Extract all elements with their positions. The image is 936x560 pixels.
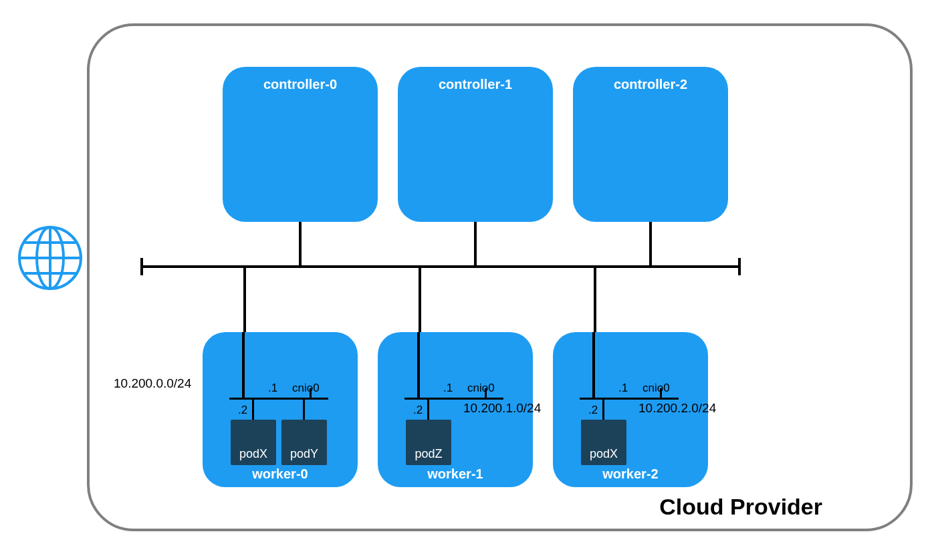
pod-name: podX bbox=[239, 447, 267, 461]
worker-inner-bus bbox=[404, 398, 503, 400]
worker-name: worker-0 bbox=[203, 466, 358, 482]
worker-cidr: 10.200.0.0/24 bbox=[114, 376, 191, 391]
pod-octet: .2 bbox=[238, 404, 247, 417]
pod-link bbox=[252, 399, 254, 420]
controller-name: controller-1 bbox=[398, 77, 553, 92]
gateway-octet: .1 bbox=[268, 382, 277, 395]
worker-name: worker-1 bbox=[378, 466, 533, 482]
worker-inner-bus bbox=[580, 398, 679, 400]
controller-node: controller-2 bbox=[573, 67, 728, 222]
bridge-name: cnio0 bbox=[642, 382, 670, 395]
cloud-provider-label: Cloud Provider bbox=[659, 494, 822, 520]
controller-name: controller-2 bbox=[573, 77, 728, 92]
backbone-end-tick bbox=[738, 258, 741, 275]
pod-link bbox=[602, 399, 604, 420]
worker-inner-bus bbox=[229, 398, 328, 400]
worker-inner-link bbox=[242, 332, 245, 399]
bridge-name: cnio0 bbox=[467, 382, 495, 395]
gateway-octet: .1 bbox=[618, 382, 628, 395]
gateway-octet: .1 bbox=[443, 382, 453, 395]
worker-link bbox=[419, 267, 421, 332]
controller-link bbox=[649, 222, 652, 267]
pod-box: podY bbox=[281, 420, 327, 465]
worker-inner-link bbox=[592, 332, 595, 399]
worker-link bbox=[594, 267, 596, 332]
worker-cidr: 10.200.1.0/24 bbox=[463, 401, 541, 416]
diagram-stage: Cloud Provider controller-0 controller-1… bbox=[0, 0, 936, 560]
pod-octet: .2 bbox=[413, 404, 423, 417]
pod-link bbox=[427, 399, 429, 420]
pod-box: podX bbox=[581, 420, 626, 465]
worker-node: .1 cnio0 .2 podX podY worker-0 bbox=[203, 332, 358, 487]
worker-link bbox=[243, 267, 246, 332]
controller-node: controller-0 bbox=[223, 67, 378, 222]
worker-name: worker-2 bbox=[553, 466, 708, 482]
pod-name: podZ bbox=[415, 447, 442, 461]
controller-name: controller-0 bbox=[223, 77, 378, 92]
pod-link bbox=[303, 399, 305, 420]
pod-box: podX bbox=[231, 420, 276, 465]
pod-name: podX bbox=[590, 447, 618, 461]
controller-node: controller-1 bbox=[398, 67, 553, 222]
worker-inner-link bbox=[417, 332, 420, 399]
globe-icon bbox=[17, 225, 84, 291]
pod-octet: .2 bbox=[588, 404, 598, 417]
pod-box: podZ bbox=[406, 420, 451, 465]
controller-link bbox=[474, 222, 477, 267]
worker-cidr: 10.200.2.0/24 bbox=[638, 401, 716, 416]
pod-name: podY bbox=[290, 447, 318, 461]
backbone-end-tick bbox=[140, 258, 143, 275]
bridge-name: cnio0 bbox=[292, 382, 320, 395]
controller-link bbox=[299, 222, 302, 267]
